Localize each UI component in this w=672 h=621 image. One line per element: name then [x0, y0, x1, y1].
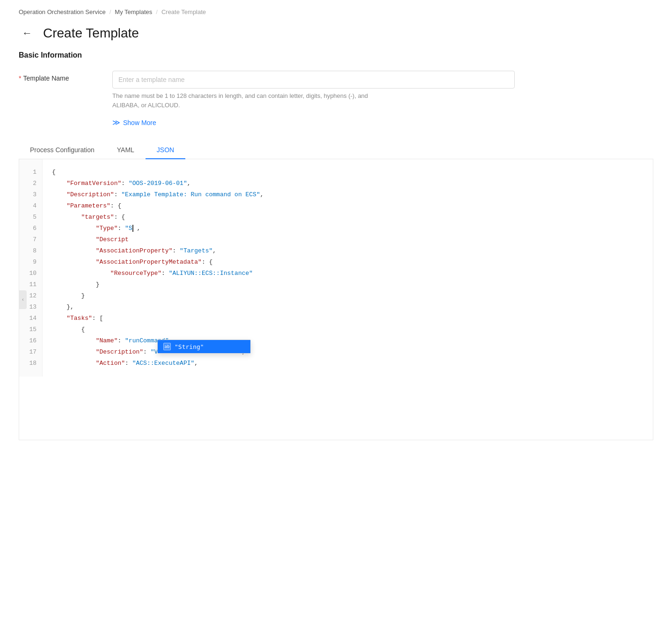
page-container: Operation Orchestration Service / My Tem… — [0, 0, 672, 621]
code-line-8: "AssociationProperty": "Targets", — [52, 245, 653, 257]
line-num-14: 14 — [19, 313, 42, 324]
tab-json[interactable]: JSON — [146, 141, 185, 159]
breadcrumb: Operation Orchestration Service / My Tem… — [0, 0, 672, 20]
breadcrumb-templates[interactable]: My Templates — [115, 8, 152, 15]
code-line-3: "Description": "Example Template: Run co… — [52, 189, 653, 200]
autocomplete-type-icon: ab — [163, 343, 171, 350]
line-num-15: 15 — [19, 324, 42, 335]
page-header: ← Create Template — [0, 20, 672, 51]
line-num-16: 16 — [19, 335, 42, 347]
code-line-13: }, — [52, 302, 653, 313]
autocomplete-item-string[interactable]: ab "String" — [158, 340, 250, 353]
line-num-17: 17 — [19, 347, 42, 358]
show-more-label: Show More — [123, 119, 156, 126]
tab-yaml[interactable]: YAML — [106, 141, 146, 159]
breadcrumb-sep1: / — [110, 8, 111, 15]
template-name-label: * Template Name — [19, 71, 112, 82]
code-line-18: "Action": "ACS::ExecuteAPI", — [52, 358, 653, 369]
code-line-11: } — [52, 279, 653, 290]
autocomplete-label: "String" — [175, 343, 204, 350]
code-line-7: "Descript — [52, 234, 653, 245]
tabs-container: Process Configuration YAML JSON — [19, 141, 653, 159]
code-line-9: "AssociationPropertyMetadata": { — [52, 257, 653, 268]
code-lines: { "FormatVersion": "OOS-2019-06-01", "De… — [43, 159, 653, 377]
page-title: Create Template — [43, 26, 139, 41]
required-indicator: * — [19, 74, 21, 82]
collapse-icon: ‹ — [22, 297, 23, 302]
code-line-16: "Name": "runCommand", — [52, 335, 653, 347]
code-line-12: } — [52, 290, 653, 302]
template-name-input[interactable] — [112, 71, 515, 89]
template-name-field: The name must be 1 to 128 characters in … — [112, 71, 515, 110]
code-line-5: "targets": { — [52, 212, 653, 223]
form-row-template-name: * Template Name The name must be 1 to 12… — [19, 71, 653, 110]
code-line-1: { — [52, 167, 653, 178]
code-line-2: "FormatVersion": "OOS-2019-06-01", — [52, 178, 653, 189]
line-num-11: 11 — [19, 279, 42, 290]
tab-process-configuration[interactable]: Process Configuration — [19, 141, 106, 159]
code-line-17: "Description": "Views the ECS instances"… — [52, 347, 653, 358]
content-area: Basic Information * Template Name The na… — [0, 51, 672, 440]
back-button[interactable]: ← — [19, 25, 36, 42]
breadcrumb-sep2: / — [156, 8, 158, 15]
line-num-10: 10 — [19, 268, 42, 279]
section-title: Basic Information — [19, 51, 653, 59]
breadcrumb-home[interactable]: Operation Orchestration Service — [19, 8, 106, 15]
code-line-10: "ResourceType": "ALIYUN::ECS::Instance" — [52, 268, 653, 279]
autocomplete-popup[interactable]: ab "String" — [157, 340, 251, 354]
line-num-18: 18 — [19, 358, 42, 369]
show-more-button[interactable]: ≫ Show More — [112, 119, 156, 126]
code-editor[interactable]: ‹ 1 2 3 4 5 6 7 8 9 10 11 12 13 — [19, 159, 653, 440]
collapse-handle[interactable]: ‹ — [19, 290, 27, 309]
code-line-15: { — [52, 324, 653, 335]
show-more-icon: ≫ — [112, 119, 120, 126]
line-num-9: 9 — [19, 257, 42, 268]
line-num-1: 1 — [19, 167, 42, 178]
code-area: 1 2 3 4 5 6 7 8 9 10 11 12 13 14 15 16 1 — [19, 159, 653, 377]
line-num-3: 3 — [19, 189, 42, 200]
line-num-6: 6 — [19, 223, 42, 234]
line-num-5: 5 — [19, 212, 42, 223]
line-num-8: 8 — [19, 245, 42, 257]
line-num-7: 7 — [19, 234, 42, 245]
line-numbers: 1 2 3 4 5 6 7 8 9 10 11 12 13 14 15 16 1 — [19, 159, 43, 377]
template-name-label-text: Template Name — [23, 74, 69, 82]
code-line-4: "Parameters": { — [52, 200, 653, 212]
breadcrumb-current: Create Template — [161, 8, 206, 15]
line-num-4: 4 — [19, 200, 42, 212]
template-name-hint: The name must be 1 to 128 characters in … — [112, 91, 515, 110]
code-line-14: "Tasks": [ — [52, 313, 653, 324]
code-line-6: "Type": "S , — [52, 223, 653, 234]
line-num-2: 2 — [19, 178, 42, 189]
